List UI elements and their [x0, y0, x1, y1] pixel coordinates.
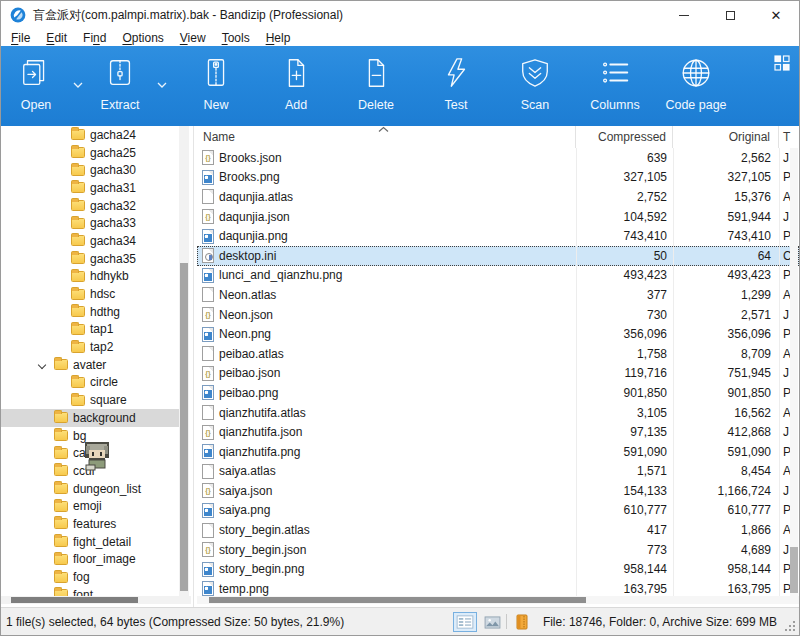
file-row-brooks-png[interactable]: Brooks.png327,105327,105P	[197, 168, 799, 188]
toolbar-code-page-button[interactable]: Code page	[651, 56, 741, 112]
png-file-icon	[202, 268, 214, 283]
sidebar-vertical-scrollbar-thumb[interactable]	[180, 263, 188, 591]
menu-options[interactable]: Options	[114, 31, 171, 45]
tree-item-square[interactable]: square	[1, 391, 179, 409]
tree-item-fog[interactable]: fog	[1, 568, 179, 586]
toolbar-extract-button[interactable]: Extract	[89, 56, 151, 112]
tree-item-gacha33[interactable]: gacha33	[1, 214, 179, 232]
file-row-peibao-json[interactable]: peibao.json119,716751,945J	[197, 364, 799, 384]
open-dropdown-chevron-icon[interactable]	[67, 82, 89, 88]
maximize-button[interactable]	[707, 1, 753, 29]
file-row-daqunjia-json[interactable]: daqunjia.json104,592591,944J	[197, 207, 799, 227]
file-row-neon-json[interactable]: Neon.json7302,571J	[197, 305, 799, 325]
chevron-expanded-icon[interactable]	[38, 361, 46, 369]
compressed-size: 417	[576, 523, 673, 537]
toolbar-open-button[interactable]: Open	[5, 56, 67, 112]
file-row-story-begin-atlas[interactable]: story_begin.atlas4171,866A	[197, 520, 799, 540]
file-row-daqunjia-atlas[interactable]: daqunjia.atlas2,75215,376A	[197, 187, 799, 207]
tree-item-features[interactable]: features	[1, 515, 179, 533]
file-row-neon-png[interactable]: Neon.png356,096356,096P	[197, 324, 799, 344]
tree-item-tap2[interactable]: tap2	[1, 338, 179, 356]
compressed-size: 3,105	[576, 406, 673, 420]
menu-accelerator: V	[180, 31, 188, 45]
tree-item-hdsc[interactable]: hdsc	[1, 285, 179, 303]
tree-item-background[interactable]: background	[1, 409, 179, 427]
thumbnail-view-button[interactable]	[481, 612, 503, 632]
toolbar-delete-button[interactable]: Delete	[345, 56, 407, 112]
toolbar-columns-button[interactable]: Columns	[584, 56, 646, 112]
tree-item-gacha32[interactable]: gacha32	[1, 197, 179, 215]
menu-label-post: dit	[54, 31, 67, 45]
tree-item-gacha25[interactable]: gacha25	[1, 144, 179, 162]
sidebar-horizontal-scrollbar-thumb[interactable]	[11, 597, 138, 603]
file-row-story-begin-json[interactable]: story_begin.json7734,689J	[197, 540, 799, 560]
chevron-up-icon[interactable]	[375, 126, 391, 138]
file-list-horizontal-scrollbar-thumb[interactable]	[209, 597, 586, 603]
file-row-neon-atlas[interactable]: Neon.atlas3771,299A	[197, 285, 799, 305]
menu-tools[interactable]: Tools	[214, 31, 258, 45]
tree-item-gacha34[interactable]: gacha34	[1, 232, 179, 250]
resize-grip[interactable]	[785, 621, 795, 631]
menu-find[interactable]: Find	[75, 31, 114, 45]
file-row-peibao-png[interactable]: peibao.png901,850901,850P	[197, 383, 799, 403]
extract-dropdown-chevron-icon[interactable]	[151, 82, 173, 88]
original-size: 591,090	[673, 445, 779, 459]
file-row-saiya-png[interactable]: saiya.png610,777610,777P	[197, 501, 799, 521]
file-row-daqunjia-png[interactable]: daqunjia.png743,410743,410P	[197, 226, 799, 246]
folder-icon	[54, 483, 68, 494]
toolbar-add-button[interactable]: Add	[265, 56, 327, 112]
folder-icon	[71, 129, 85, 140]
file-list-vertical-scrollbar-thumb[interactable]	[790, 547, 798, 593]
close-button[interactable]: ✕	[753, 1, 799, 29]
file-row-lunci-and-qianzhu-png[interactable]: lunci_and_qianzhu.png493,423493,423P	[197, 266, 799, 286]
folder-icon	[54, 430, 68, 441]
menu-edit[interactable]: Edit	[38, 31, 75, 45]
column-header-compressed[interactable]: Compressed	[576, 126, 673, 148]
tree-item-tap1[interactable]: tap1	[1, 321, 179, 339]
tree-item-hdthg[interactable]: hdthg	[1, 303, 179, 321]
file-row-desktop-ini[interactable]: desktop.ini5064C	[197, 246, 799, 266]
file-row-saiya-json[interactable]: saiya.json154,1331,166,724J	[197, 481, 799, 501]
toolbar-scan-button[interactable]: Scan	[504, 56, 566, 112]
file-row-qianzhutifa-atlas[interactable]: qianzhutifa.atlas3,10516,562A	[197, 403, 799, 423]
file-row-brooks-json[interactable]: Brooks.json6392,562J	[197, 148, 799, 168]
tree-item-avater[interactable]: avater	[1, 356, 179, 374]
file-row-qianzhutifa-png[interactable]: qianzhutifa.png591,090591,090P	[197, 442, 799, 462]
menu-file[interactable]: File	[3, 31, 38, 45]
tree-item-gacha24[interactable]: gacha24	[1, 126, 179, 144]
menu-label-post: ools	[228, 31, 250, 45]
tree-item-gacha30[interactable]: gacha30	[1, 161, 179, 179]
file-name-cell: daqunjia.json	[197, 209, 576, 224]
file-row-saiya-atlas[interactable]: saiya.atlas1,5718,454A	[197, 462, 799, 482]
toolbar-new-button[interactable]: New	[185, 56, 247, 112]
tree-item-fight-detail[interactable]: fight_detail	[1, 533, 179, 551]
menu-help[interactable]: Help	[258, 31, 299, 45]
toolbar-test-button[interactable]: Test	[425, 56, 487, 112]
sidebar-horizontal-scrollbar[interactable]	[1, 596, 191, 604]
toolbar-layout-toggle-icon[interactable]	[773, 54, 791, 72]
tree-item-dungeon-list[interactable]: dungeon_list	[1, 480, 179, 498]
file-list-horizontal-scrollbar[interactable]	[197, 596, 799, 604]
tree-item-gacha35[interactable]: gacha35	[1, 250, 179, 268]
column-header-original[interactable]: Original	[673, 126, 779, 148]
details-view-button[interactable]	[453, 612, 477, 632]
tree-item-emoji[interactable]: emoji	[1, 497, 179, 515]
sidebar-vertical-scrollbar[interactable]	[179, 126, 189, 597]
file-row-story-begin-png[interactable]: story_begin.png958,144958,144P	[197, 559, 799, 579]
tree-item-hdhykb[interactable]: hdhykb	[1, 268, 179, 286]
file-list-vertical-scrollbar[interactable]	[790, 148, 798, 596]
minimize-button[interactable]	[661, 1, 707, 29]
compressed-size: 154,133	[576, 484, 673, 498]
column-header-type[interactable]: T	[779, 126, 799, 148]
original-size: 356,096	[673, 327, 779, 341]
menu-view[interactable]: View	[172, 31, 214, 45]
tree-item-circle[interactable]: circle	[1, 374, 179, 392]
archive-folder-icon[interactable]	[512, 612, 532, 632]
pane-splitter[interactable]	[193, 126, 194, 607]
file-name: story_begin.json	[219, 543, 306, 557]
file-row-qianzhutifa-json[interactable]: qianzhutifa.json97,135412,868J	[197, 422, 799, 442]
tree-item-gacha31[interactable]: gacha31	[1, 179, 179, 197]
file-name: temp.png	[219, 582, 269, 596]
file-row-peibao-atlas[interactable]: peibao.atlas1,7588,709A	[197, 344, 799, 364]
tree-item-floor-image[interactable]: floor_image	[1, 551, 179, 569]
